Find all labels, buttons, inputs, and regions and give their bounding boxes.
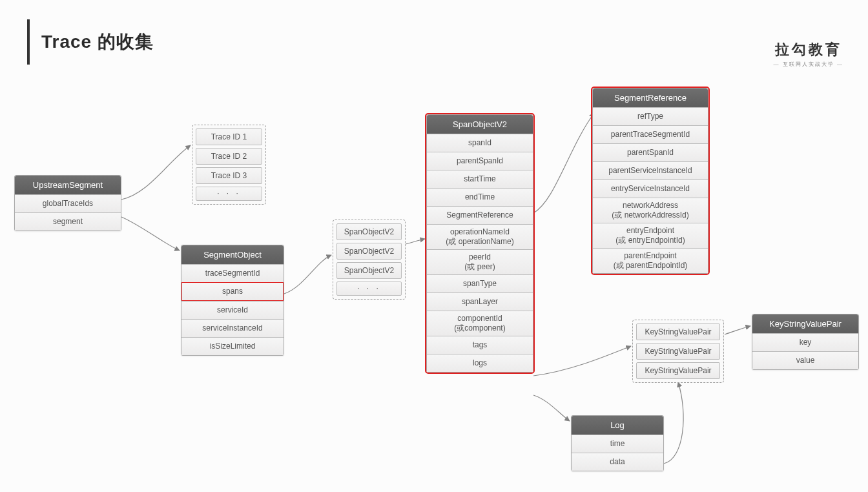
brand-name: 拉勾教育 bbox=[774, 40, 843, 59]
span-object-header: SpanObjectV2 bbox=[427, 115, 533, 134]
segref-row: refType bbox=[593, 107, 708, 125]
log-header: Log bbox=[572, 416, 663, 435]
span-row: peerId (或 peer) bbox=[427, 249, 533, 274]
span-row: spanType bbox=[427, 274, 533, 292]
kvpair-box: KeyStringValuePair key value bbox=[752, 314, 859, 370]
span-row: startTime bbox=[427, 170, 533, 188]
span-row: operationNameId (或 operationName) bbox=[427, 224, 533, 249]
segref-row: networkAddress (或 networkAddressId) bbox=[593, 198, 708, 223]
brand-logo: 拉勾教育 — 互联网人实战大学 — bbox=[774, 40, 843, 68]
page-title-bar: Trace 的收集 bbox=[27, 19, 154, 65]
segment-reference-box: SegmentReference refType parentTraceSegm… bbox=[592, 88, 708, 274]
span-row-logs: logs bbox=[427, 354, 533, 372]
segref-row: parentTraceSegmentId bbox=[593, 125, 708, 143]
traceid-list: Trace ID 1 Trace ID 2 Trace ID 3 · · · bbox=[192, 125, 266, 205]
segref-row: parentSpanId bbox=[593, 143, 708, 161]
segment-row-tracesegmentid: traceSegmentId bbox=[181, 264, 284, 282]
kv-list-item: KeyStringValuePair bbox=[636, 343, 720, 360]
span-list-ellipsis: · · · bbox=[336, 282, 402, 296]
segment-object-box: SegmentObject traceSegmentId spans servi… bbox=[181, 245, 284, 356]
span-list-item: SpanObjectV2 bbox=[336, 223, 402, 240]
kvpair-row-key: key bbox=[752, 333, 858, 351]
segment-row-spans: spans bbox=[181, 282, 284, 301]
span-row-tags: tags bbox=[427, 336, 533, 354]
segment-row-issizelimited: isSizeLimited bbox=[181, 337, 284, 355]
span-row: componentId (或component) bbox=[427, 311, 533, 336]
kv-list-item: KeyStringValuePair bbox=[636, 323, 720, 340]
segment-row-serviceid: serviceId bbox=[181, 301, 284, 319]
kvpair-header: KeyStringValuePair bbox=[752, 314, 858, 333]
kvpair-row-value: value bbox=[752, 351, 858, 369]
segref-row: entryEndpoint (或 entryEndpointId) bbox=[593, 223, 708, 248]
span-row: spanId bbox=[427, 134, 533, 152]
span-row: endTime bbox=[427, 188, 533, 206]
span-row: parentSpanId bbox=[427, 152, 533, 170]
segment-row-serviceinstanceid: serviceInstanceId bbox=[181, 319, 284, 337]
span-object-box: SpanObjectV2 spanId parentSpanId startTi… bbox=[426, 114, 533, 373]
span-row: spanLayer bbox=[427, 292, 533, 311]
upstream-segment-box: UpstreamSegment globalTraceIds segment bbox=[14, 175, 121, 231]
segment-object-header: SegmentObject bbox=[181, 245, 284, 264]
segref-row: entryServiceInstanceId bbox=[593, 179, 708, 198]
span-list-item: SpanObjectV2 bbox=[336, 243, 402, 260]
kv-list: KeyStringValuePair KeyStringValuePair Ke… bbox=[632, 320, 724, 383]
traceid-item: Trace ID 1 bbox=[196, 128, 262, 145]
brand-tagline: — 互联网人实战大学 — bbox=[774, 61, 843, 68]
kv-list-item: KeyStringValuePair bbox=[636, 362, 720, 379]
traceid-item: Trace ID 2 bbox=[196, 148, 262, 165]
page-title: Trace 的收集 bbox=[41, 30, 154, 54]
upstream-row-segment: segment bbox=[15, 212, 121, 231]
log-box: Log time data bbox=[571, 415, 664, 471]
upstream-row-globaltraceids: globalTraceIds bbox=[15, 194, 121, 212]
log-row-data: data bbox=[572, 453, 663, 471]
traceid-item-ellipsis: · · · bbox=[196, 187, 262, 201]
segref-row: parentServiceInstanceId bbox=[593, 161, 708, 179]
segment-reference-header: SegmentReference bbox=[593, 88, 708, 107]
log-row-time: time bbox=[572, 435, 663, 453]
span-list-item: SpanObjectV2 bbox=[336, 262, 402, 279]
segref-row: parentEndpoint (或 parentEndpointId) bbox=[593, 248, 708, 273]
upstream-segment-header: UpstreamSegment bbox=[15, 176, 121, 194]
span-list: SpanObjectV2 SpanObjectV2 SpanObjectV2 ·… bbox=[333, 220, 406, 300]
traceid-item: Trace ID 3 bbox=[196, 167, 262, 184]
span-row-segmentreference: SegmentReference bbox=[427, 206, 533, 224]
